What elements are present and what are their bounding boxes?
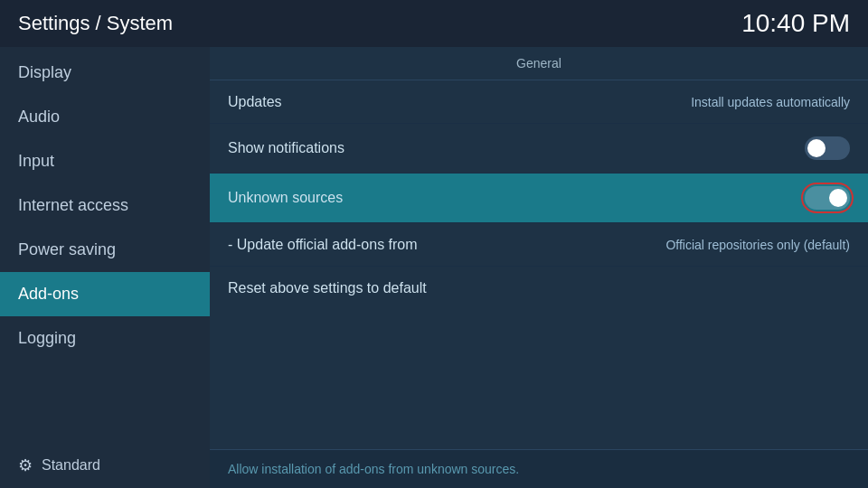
- sidebar-footer: ⚙ Standard: [0, 443, 210, 488]
- toggle-unknown-sources[interactable]: [805, 186, 850, 210]
- sidebar-item-add-ons[interactable]: Add-ons: [0, 272, 210, 316]
- sidebar: Display Audio Input Internet access Powe…: [0, 47, 210, 488]
- settings-list: Updates Install updates automatically Sh…: [210, 80, 868, 449]
- page-title: Settings / System: [18, 12, 173, 35]
- section-header: General: [210, 47, 868, 80]
- setting-row-notifications[interactable]: Show notifications: [210, 124, 868, 174]
- content-footer: Allow installation of add-ons from unkno…: [210, 449, 868, 488]
- setting-label-notifications: Show notifications: [228, 140, 344, 156]
- gear-icon: ⚙: [18, 455, 33, 475]
- main-layout: Display Audio Input Internet access Powe…: [0, 47, 868, 488]
- sidebar-item-display[interactable]: Display: [0, 51, 210, 95]
- sidebar-item-power-saving[interactable]: Power saving: [0, 228, 210, 272]
- setting-label-reset: Reset above settings to default: [228, 280, 427, 296]
- sidebar-item-internet-access[interactable]: Internet access: [0, 183, 210, 228]
- setting-row-updates[interactable]: Updates Install updates automatically: [210, 80, 868, 124]
- setting-row-unknown-sources[interactable]: Unknown sources: [210, 174, 868, 223]
- setting-label-updates: Updates: [228, 94, 282, 110]
- toggle-notifications[interactable]: [805, 136, 850, 160]
- setting-label-unknown-sources: Unknown sources: [228, 190, 343, 206]
- sidebar-item-logging[interactable]: Logging: [0, 316, 210, 361]
- toggle-knob-unknown-sources: [829, 189, 847, 207]
- setting-row-update-addons[interactable]: - Update official add-ons from Official …: [210, 223, 868, 267]
- setting-label-update-addons: - Update official add-ons from: [228, 237, 418, 253]
- sidebar-footer-label: Standard: [42, 457, 100, 474]
- clock: 10:40 PM: [741, 9, 850, 38]
- footer-description: Allow installation of add-ons from unkno…: [228, 462, 519, 476]
- setting-value-update-addons: Official repositories only (default): [665, 238, 850, 252]
- setting-value-updates: Install updates automatically: [691, 95, 850, 109]
- content-area: General Updates Install updates automati…: [210, 47, 868, 488]
- sidebar-item-audio[interactable]: Audio: [0, 95, 210, 139]
- header: Settings / System 10:40 PM: [0, 0, 868, 47]
- toggle-knob-notifications: [807, 139, 826, 157]
- setting-row-reset[interactable]: Reset above settings to default: [210, 267, 868, 310]
- sidebar-item-input[interactable]: Input: [0, 139, 210, 183]
